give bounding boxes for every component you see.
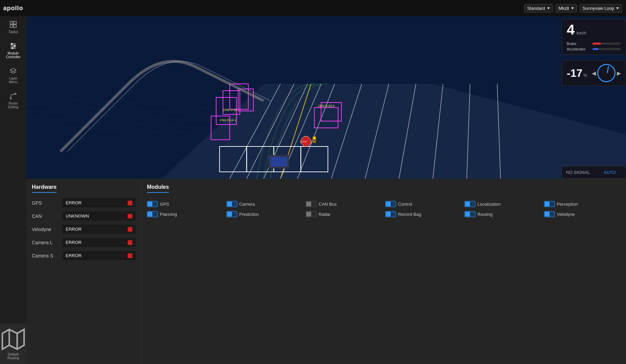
module-toggle-velodyne[interactable]	[544, 211, 555, 217]
steering-left-button[interactable]: ◀	[592, 70, 596, 76]
mkz8-dropdown[interactable]: Mkz8	[556, 4, 577, 13]
sidebar-item-default-routing[interactable]: Default Routing	[0, 323, 26, 364]
brake-accel-panel: Brake Accelerator	[562, 40, 626, 54]
mkz8-label: Mkz8	[559, 6, 569, 11]
hardware-section: Hardware GPS ERROR CAN UNKNOWN Velodyne …	[26, 179, 142, 364]
layers-icon	[9, 67, 17, 75]
hw-row-velodyne: Velodyne ERROR	[32, 225, 136, 234]
speed-panel: 4 km/h	[562, 19, 626, 40]
module-toggle-gps[interactable]	[147, 201, 158, 207]
hw-status-camera-s-text: ERROR	[66, 253, 82, 258]
svg-point-60	[313, 137, 316, 139]
hw-status-velodyne-text: ERROR	[66, 227, 82, 232]
hw-dot-camera-s	[128, 253, 132, 258]
sidebar-item-route-editing[interactable]: Route Editing	[0, 88, 26, 113]
hw-status-gps-text: ERROR	[66, 200, 82, 205]
sidebar-item-module-controller[interactable]: Module Controller	[0, 38, 26, 63]
speed-unit: km/h	[577, 30, 586, 36]
module-toggle-routing[interactable]	[465, 211, 475, 217]
hw-status-can-text: UNKNOWN	[66, 213, 89, 219]
road-scene: STOP 2398 D:30 2384 D:14.1 2393 D:20.8	[26, 16, 626, 179]
topbar: Standard Mkz8 Sunnyvale Loop	[26, 0, 626, 16]
main-content: Standard Mkz8 Sunnyvale Loop	[26, 0, 626, 364]
module-toggle-record-bag[interactable]	[385, 211, 396, 217]
svg-rect-0	[10, 21, 13, 24]
svg-text:STOP: STOP	[301, 141, 307, 143]
module-toggle-camera[interactable]	[226, 201, 237, 207]
module-item-record-bag: Record Bag	[385, 211, 462, 217]
hw-dot-gps	[128, 201, 132, 205]
module-toggle-inner-control	[386, 202, 391, 206]
grid-icon	[9, 20, 17, 28]
route-chevron-icon	[616, 7, 619, 9]
sliders-icon	[9, 42, 17, 50]
module-item-velodyne: Velodyne	[544, 211, 621, 217]
sidebar-item-tasks[interactable]: Tasks	[0, 16, 26, 38]
signal-panel: NO SIGNAL AUTO	[562, 166, 626, 179]
module-toggle-inner-radar	[306, 212, 311, 217]
hw-dot-camera-l	[128, 240, 132, 245]
module-label-control: Control	[398, 202, 412, 207]
hw-row-gps: GPS ERROR	[32, 198, 136, 207]
module-label-velodyne: Velodyne	[557, 212, 575, 217]
module-toggle-localization[interactable]	[465, 201, 475, 207]
svg-rect-56	[271, 157, 287, 167]
sidebar: apollo Tasks Module Controller Layer Men…	[0, 0, 26, 364]
module-toggle-radar[interactable]	[306, 211, 317, 217]
module-label-camera: Camera	[239, 202, 255, 207]
steering-right-button[interactable]: ▶	[617, 70, 621, 76]
hw-status-can: UNKNOWN	[62, 211, 136, 221]
module-toggle-prediction[interactable]	[226, 211, 237, 217]
hw-row-camera-s: Camera S ERROR	[32, 251, 136, 260]
module-toggle-perception[interactable]	[544, 201, 555, 207]
module-item-gps: GPS	[147, 201, 224, 207]
standard-label: Standard	[527, 6, 545, 11]
sidebar-item-layer-menu[interactable]: Layer Menu	[0, 63, 26, 88]
bottom-panel: Hardware GPS ERROR CAN UNKNOWN Velodyne …	[26, 179, 626, 364]
module-item-routing: Routing	[465, 211, 541, 217]
module-label-record-bag: Record Bag	[398, 212, 422, 217]
module-item-canbus: CAN Bus	[306, 201, 383, 207]
hw-row-can: CAN UNKNOWN	[32, 211, 136, 221]
module-label-planning: Planning	[160, 212, 177, 217]
speed-value: 4	[567, 23, 575, 37]
auto-button[interactable]: AUTO	[594, 166, 626, 178]
module-toggle-canbus[interactable]	[306, 201, 317, 207]
module-toggle-inner-canbus	[306, 202, 311, 206]
svg-text:2398 D:30: 2398 D:30	[223, 108, 237, 112]
module-item-camera: Camera	[226, 201, 303, 207]
accel-fill	[592, 48, 598, 50]
map-icon	[1, 327, 25, 351]
svg-rect-1	[14, 21, 16, 24]
svg-rect-2	[10, 25, 13, 27]
route-dropdown[interactable]: Sunnyvale Loop	[580, 4, 622, 13]
svg-text:2384 D:14.1: 2384 D:14.1	[220, 118, 236, 122]
steering-indicator	[607, 66, 609, 73]
mkz8-chevron-icon	[571, 7, 574, 9]
module-toggle-inner-velodyne	[545, 212, 549, 217]
layer-menu-label: Layer Menu	[9, 76, 17, 84]
standard-chevron-icon	[547, 7, 550, 9]
module-item-radar: Radar	[306, 211, 383, 217]
accel-label: Accelerator	[567, 47, 590, 51]
module-item-perception: Perception	[544, 201, 621, 207]
modules-section: Modules GPS Camera	[142, 179, 626, 364]
hw-dot-can	[128, 214, 132, 219]
svg-point-9	[12, 47, 13, 49]
hw-status-gps: ERROR	[62, 198, 136, 207]
steering-unit: %	[583, 73, 587, 78]
default-routing-label: Default Routing	[7, 352, 19, 360]
module-label-perception: Perception	[557, 202, 578, 207]
no-signal-button[interactable]: NO SIGNAL	[562, 166, 594, 178]
standard-dropdown[interactable]: Standard	[524, 4, 553, 13]
modules-grid: GPS Camera CAN Bus	[147, 201, 621, 217]
module-toggle-control[interactable]	[385, 201, 396, 207]
steering-value: -17	[567, 67, 582, 79]
module-label-canbus: CAN Bus	[319, 202, 337, 207]
hw-status-camera-s: ERROR	[62, 251, 136, 260]
steering-overlay: -17 % ◀ ▶	[562, 60, 626, 86]
module-toggle-planning[interactable]	[147, 211, 158, 217]
accel-row: Accelerator	[567, 47, 621, 51]
sidebar-bottom: Default Routing	[0, 323, 26, 364]
module-toggle-inner-camera	[227, 202, 232, 206]
